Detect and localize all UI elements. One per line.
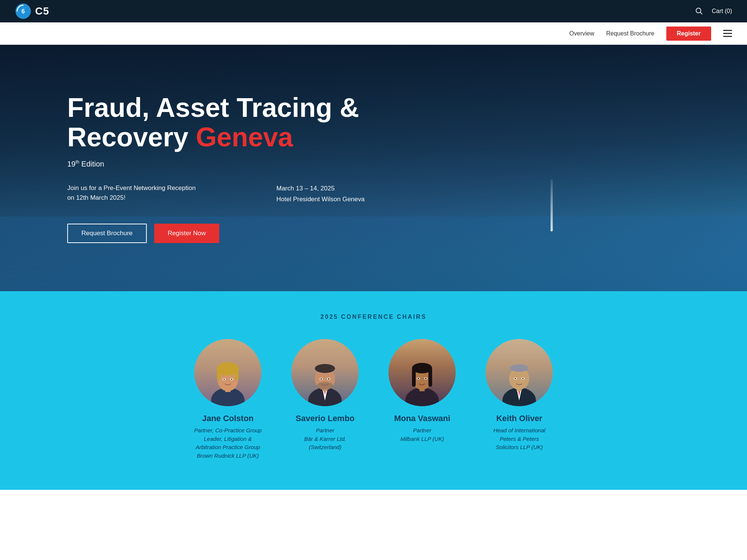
svg-point-2: [696, 8, 701, 13]
svg-line-3: [700, 12, 702, 14]
edition-number: 19: [67, 160, 75, 168]
hero-section: Fraud, Asset Tracing & Recovery Geneva 1…: [0, 45, 747, 291]
svg-point-19: [315, 364, 335, 373]
hero-cta-buttons: Request Brochure Register Now: [67, 224, 680, 243]
hero-date: March 13 – 14, 2025: [276, 183, 365, 194]
svg-point-13: [231, 379, 232, 380]
chairs-grid: Jane Colston Partner, Co-Practice Group …: [15, 339, 732, 460]
svg-point-12: [223, 379, 225, 380]
chair-card-jane-colston: Jane Colston Partner, Co-Practice Group …: [194, 339, 262, 460]
hero-content: Fraud, Asset Tracing & Recovery Geneva 1…: [0, 93, 747, 243]
c5-logo-icon: 6: [15, 3, 31, 19]
svg-point-40: [510, 364, 529, 372]
nav-register-button[interactable]: Register: [666, 27, 711, 41]
svg-rect-29: [412, 368, 416, 387]
hero-date-venue: March 13 – 14, 2025 Hotel President Wils…: [276, 183, 365, 205]
chair-card-keith-oliver: Keith Oliver Head of International Peter…: [486, 339, 553, 460]
hero-city-name: Geneva: [196, 122, 293, 152]
chair-role-keith: Head of International Peters & Peters So…: [493, 426, 545, 452]
hero-networking-text: Join us for a Pre-Event Networking Recep…: [67, 183, 202, 202]
chair-card-saverio-lembo: Saverio Lembo Partner Bär & Karrer Ltd. …: [291, 339, 359, 460]
chair-avatar-mona: [388, 339, 456, 406]
site-header: 6 C5 Cart (0): [0, 0, 747, 22]
chair-role-mona: Partner Milbank LLP (UK): [400, 426, 444, 443]
cart-label[interactable]: Cart (0): [712, 8, 732, 15]
edition-label: Edition: [81, 160, 104, 168]
svg-rect-30: [428, 368, 432, 387]
svg-point-33: [418, 378, 419, 379]
chair-role-saverio: Partner Bär & Karrer Ltd. (Switzerland): [304, 426, 346, 452]
search-button[interactable]: [695, 7, 703, 16]
hero-info-row: Join us for a Pre-Event Networking Recep…: [67, 183, 680, 205]
chair-role-jane: Partner, Co-Practice Group Leader, Litig…: [194, 426, 262, 460]
logo-container[interactable]: 6 C5: [15, 3, 49, 19]
hero-title-part1: Fraud, Asset Tracing &: [67, 93, 359, 122]
hero-venue: Hotel President Wilson Geneva: [276, 194, 365, 205]
header-actions: Cart (0): [695, 7, 732, 16]
hero-register-now-button[interactable]: Register Now: [154, 224, 219, 243]
svg-point-24: [328, 378, 329, 380]
hero-edition: 19th Edition: [67, 159, 680, 168]
hero-title-part2: Recovery: [67, 122, 188, 152]
nav-overview-link[interactable]: Overview: [569, 30, 594, 37]
nav-bar: Overview Request Brochure Register: [0, 22, 747, 45]
hero-request-brochure-button[interactable]: Request Brochure: [67, 224, 147, 243]
svg-rect-8: [217, 369, 221, 380]
chair-name-mona: Mona Vaswani: [394, 414, 450, 423]
hero-title: Fraud, Asset Tracing & Recovery Geneva: [67, 93, 366, 152]
hamburger-line-2: [723, 33, 732, 34]
chair-avatar-keith: [486, 339, 553, 406]
svg-point-34: [425, 378, 427, 379]
chairs-section: 2025 CONFERENCE CHAIRS: [0, 291, 747, 490]
mona-silhouette: [388, 339, 456, 406]
svg-text:6: 6: [22, 8, 25, 15]
svg-point-44: [522, 378, 524, 379]
hamburger-line-1: [723, 30, 732, 31]
svg-point-23: [320, 378, 322, 380]
search-icon: [695, 7, 703, 15]
hamburger-line-3: [723, 36, 732, 37]
svg-point-43: [515, 378, 516, 379]
chair-avatar-saverio: [291, 339, 359, 406]
keith-silhouette: [486, 339, 553, 406]
chairs-section-title: 2025 CONFERENCE CHAIRS: [15, 314, 732, 320]
chair-name-jane: Jane Colston: [202, 414, 254, 423]
saverio-silhouette: [291, 339, 359, 406]
edition-suffix: th: [75, 159, 79, 165]
chair-avatar-jane: [194, 339, 261, 406]
jane-silhouette: [194, 339, 261, 406]
logo-text: C5: [35, 5, 49, 17]
chair-card-mona-vaswani: Mona Vaswani Partner Milbank LLP (UK): [388, 339, 456, 460]
nav-request-brochure-link[interactable]: Request Brochure: [606, 30, 654, 37]
chair-name-saverio: Saverio Lembo: [296, 414, 355, 423]
chair-name-keith: Keith Oliver: [496, 414, 542, 423]
svg-rect-9: [235, 369, 239, 380]
nav-hamburger-button[interactable]: [723, 30, 732, 37]
